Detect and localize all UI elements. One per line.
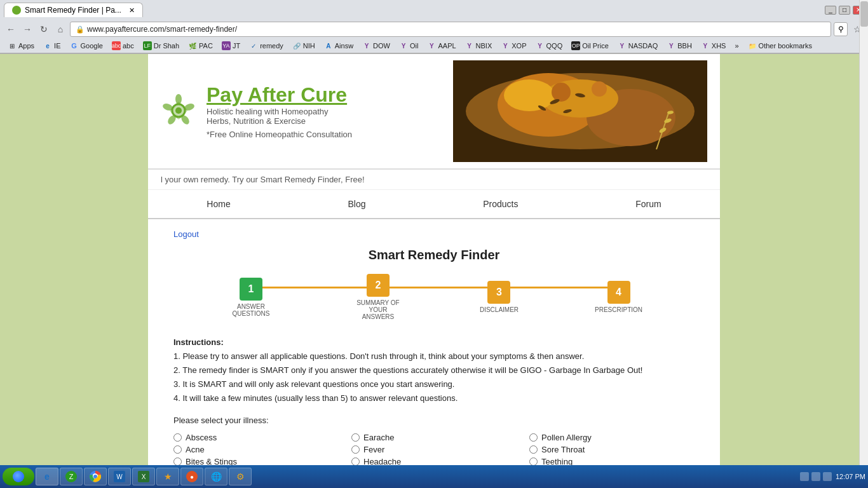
radio-abscess[interactable] (173, 433, 182, 442)
maximize-button[interactable]: □ (839, 6, 850, 15)
back-button[interactable]: ← (4, 22, 18, 36)
stepper-step-4: 4 PRESCRIPTION (595, 281, 642, 313)
bm-ie-label: IE (54, 42, 60, 50)
bm-xhs[interactable]: Y XHS (697, 40, 730, 51)
taskbar-btn-ie[interactable]: e (36, 468, 58, 485)
tab-close-icon[interactable]: ✕ (129, 6, 135, 15)
forward-button[interactable]: → (20, 22, 34, 36)
taskbar-btn-app8[interactable]: 🌐 (205, 468, 227, 485)
bm-more-label: » (735, 42, 738, 50)
bm-oil[interactable]: Y Oil (395, 40, 422, 51)
dow-icon: Y (362, 41, 371, 50)
logout-link[interactable]: Logout (173, 229, 199, 239)
bm-abc[interactable]: abc abc (108, 40, 138, 51)
instruction-1: 1. Please try to answer all applicable q… (173, 351, 584, 361)
step-circle-4: 4 (607, 281, 630, 304)
bm-apps-label: Apps (18, 42, 34, 50)
qqq-icon: Y (536, 41, 545, 50)
bm-remedy[interactable]: ✓ remedy (245, 40, 287, 51)
bm-bbh-label: BBH (677, 42, 692, 50)
bbh-icon: Y (667, 41, 675, 50)
bm-qqq[interactable]: Y QQQ (532, 40, 567, 51)
address-lock-icon: 🔒 (76, 25, 85, 34)
minimize-button[interactable]: _ (825, 6, 836, 15)
reload-button[interactable]: ↻ (37, 22, 51, 36)
illness-label: Please select your illness: (173, 416, 695, 425)
nav-home[interactable]: Home (194, 196, 243, 212)
bm-google-label: Google (80, 42, 102, 50)
step-label-3: DISCLAIMER (480, 306, 519, 313)
ie-icon: e (43, 41, 52, 50)
jt-icon: YA (222, 41, 231, 50)
taskbar-btn-app9[interactable]: ⚙ (229, 468, 252, 485)
bm-nasdaq[interactable]: Y NASDAQ (614, 40, 661, 51)
svg-point-12 (504, 79, 555, 111)
start-button[interactable] (3, 468, 34, 485)
scrollbar[interactable] (859, 0, 868, 488)
marquee-text: l your own remedy. Try our Smart Remedy … (161, 175, 365, 184)
tab-title: Smart Remedy Finder | Pa... (25, 6, 121, 15)
bm-xop[interactable]: Y XOP (497, 40, 530, 51)
bm-ie[interactable]: e IE (39, 40, 64, 51)
windows-logo-icon (13, 471, 24, 482)
nav-products[interactable]: Products (470, 196, 531, 212)
sys-icon-1 (800, 472, 809, 481)
nav-forum[interactable]: Forum (623, 196, 674, 212)
bm-jt[interactable]: YA JT (218, 40, 244, 51)
svg-point-1 (175, 107, 182, 114)
home-button[interactable]: ⌂ (53, 22, 67, 36)
taskbar-btn-z[interactable]: Z (60, 468, 83, 485)
drshah-icon: LF (143, 41, 152, 50)
taskbar-ie-icon: e (41, 471, 53, 482)
bm-ainsw[interactable]: A Ainsw (320, 40, 357, 51)
browser-window-controls: _ □ ✕ (825, 6, 864, 15)
browser-tab[interactable]: Smart Remedy Finder | Pa... ✕ (4, 3, 143, 17)
bm-oil-label: Oil (410, 42, 418, 50)
bm-apps[interactable]: ⊞ Apps (4, 40, 38, 51)
aapl-icon: Y (427, 41, 436, 50)
bm-drshah[interactable]: LF Dr Shah (139, 40, 183, 51)
nav-blog[interactable]: Blog (335, 196, 378, 212)
radio-pollen[interactable] (529, 433, 538, 442)
step-label-1: ANSWER QUESTIONS (226, 303, 276, 317)
bm-bbh[interactable]: Y BBH (663, 40, 696, 51)
bm-nasdaq-label: NASDAQ (628, 42, 658, 50)
bm-dow[interactable]: Y DOW (358, 40, 394, 51)
bm-nbix-label: NBIX (476, 42, 492, 50)
instructions: Instructions: 1. Please try to answer al… (173, 336, 695, 405)
bm-nbix[interactable]: Y NBIX (461, 40, 496, 51)
site-main: Logout Smart Remedy Finder 1 ANSWER QUES… (148, 219, 720, 488)
radio-earache[interactable] (351, 433, 360, 442)
bm-pac[interactable]: 🌿 PAC (184, 40, 217, 51)
taskbar-app4-icon: W (114, 471, 125, 482)
stepper-step-3: 3 DISCLAIMER (480, 281, 519, 313)
taskbar-btn-chrome[interactable] (84, 468, 107, 485)
oil-icon: Y (399, 41, 408, 50)
bread-visual (453, 60, 707, 162)
browser-search-icon[interactable]: ⚲ (834, 22, 848, 36)
header-image (453, 60, 707, 162)
address-bar[interactable]: 🔒 www.payaftercure.com/smart-remedy-find… (70, 22, 831, 37)
bm-other-bookmarks[interactable]: 📁 Other bookmarks (744, 40, 816, 51)
radio-acne[interactable] (173, 445, 182, 454)
bm-more[interactable]: » (731, 41, 742, 51)
logo-icon (161, 93, 196, 130)
svg-point-14 (592, 81, 607, 97)
taskbar-right: 12:07 PM (800, 472, 865, 481)
radio-sore-throat[interactable] (529, 445, 538, 454)
illness-acne: Acne (173, 444, 339, 456)
bm-aapl[interactable]: Y AAPL (423, 40, 459, 51)
instructions-title: Instructions: (173, 337, 224, 347)
bm-google[interactable]: G Google (65, 40, 106, 51)
taskbar-btn-app5[interactable]: X (132, 468, 155, 485)
taskbar-app5-icon: X (138, 471, 149, 482)
taskbar-btn-app7[interactable]: ● (180, 468, 203, 485)
bm-nih[interactable]: 🔗 NIH (288, 40, 319, 51)
taskbar-btn-app6[interactable]: ★ (156, 468, 179, 485)
site-nav: Home Blog Products Forum (148, 190, 720, 219)
browser-chrome: Smart Remedy Finder | Pa... ✕ _ □ ✕ ← → … (0, 0, 868, 54)
taskbar-btn-app4[interactable]: W (108, 468, 131, 485)
bm-oilprice[interactable]: OP Oil Price (567, 40, 613, 51)
step-circle-1: 1 (240, 278, 262, 301)
radio-fever[interactable] (351, 445, 360, 454)
